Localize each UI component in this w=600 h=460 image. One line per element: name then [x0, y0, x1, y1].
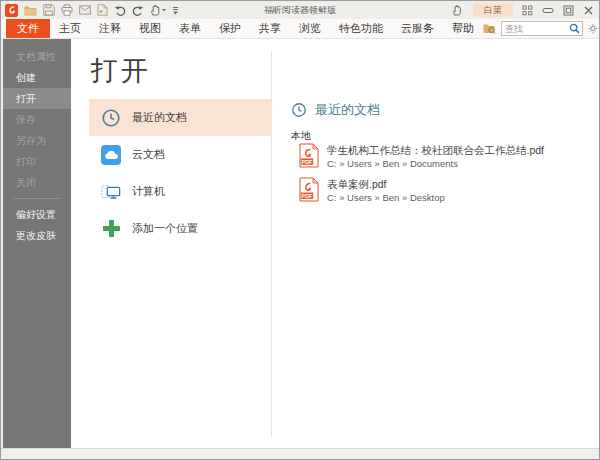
cloud-icon	[101, 145, 121, 165]
customize-toolbar-icon[interactable]	[172, 5, 179, 16]
open-menu-label: 添加一个位置	[132, 221, 198, 236]
file-name: 学生机构工作总结：校社团联合会工作总结.pdf	[327, 143, 544, 157]
tab-file[interactable]: 文件	[6, 19, 50, 38]
new-document-icon[interactable]	[97, 4, 108, 16]
grid-icon[interactable]	[522, 5, 533, 16]
hand-tool-icon[interactable]	[150, 4, 166, 16]
sidebar-item-close: 关闭	[3, 172, 71, 193]
account-chip[interactable]: 白菜	[473, 3, 513, 17]
quick-access-toolbar	[5, 4, 179, 17]
open-menu-label: 最近的文档	[132, 110, 187, 125]
page-title: 打开	[91, 53, 151, 89]
statusbar	[1, 448, 599, 459]
backstage-main: 打开 最近的文档 云文档 计算机	[71, 39, 598, 448]
recent-panel-header: 最近的文档	[291, 101, 380, 119]
svg-text:PDF: PDF	[302, 159, 313, 165]
restore-button[interactable]	[563, 5, 574, 16]
sidebar-item-create[interactable]: 创建	[3, 67, 71, 88]
sidebar-item-save: 保存	[3, 109, 71, 130]
titlebar: 福昕阅读器领鲜版 白菜	[1, 1, 599, 19]
tab-home[interactable]: 主页	[50, 19, 90, 38]
tab-cloud-service[interactable]: 云服务	[392, 19, 443, 38]
clock-icon	[291, 102, 307, 118]
tab-view[interactable]: 视图	[130, 19, 170, 38]
app-window: 福昕阅读器领鲜版 白菜 文件 主页 注释 视图 表单 保护	[0, 0, 600, 460]
open-menu-label: 计算机	[132, 184, 165, 199]
pdf-file-icon: PDF	[299, 143, 319, 168]
recent-panel-title: 最近的文档	[315, 101, 380, 119]
search-box	[501, 21, 583, 36]
clock-icon	[101, 108, 121, 128]
tab-share[interactable]: 共享	[250, 19, 290, 38]
computer-icon	[101, 182, 121, 202]
backstage-sidebar: 文档属性 创建 打开 保存 另存为 打印 关闭 偏好设置 更改皮肤	[1, 39, 71, 448]
gear-icon[interactable]	[588, 23, 600, 34]
tab-browse[interactable]: 浏览	[290, 19, 330, 38]
sidebar-item-save-as: 另存为	[3, 130, 71, 151]
recent-group-label: 本地	[291, 129, 311, 143]
hand-like-icon[interactable]	[452, 4, 464, 16]
sidebar-item-change-skin[interactable]: 更改皮肤	[3, 225, 71, 246]
sidebar-item-open[interactable]: 打开	[3, 88, 71, 109]
print-icon[interactable]	[61, 4, 73, 16]
sidebar-divider	[13, 198, 61, 199]
email-icon[interactable]	[79, 5, 91, 15]
foxit-logo-icon[interactable]	[5, 4, 18, 17]
redo-icon[interactable]	[132, 5, 144, 16]
doc-search-icon[interactable]	[483, 23, 496, 34]
file-info: 学生机构工作总结：校社团联合会工作总结.pdf C: » Users » Ben…	[327, 143, 544, 170]
close-button[interactable]	[583, 5, 594, 16]
svg-text:PDF: PDF	[302, 193, 313, 199]
search-icon[interactable]	[569, 23, 582, 34]
open-menu-label: 云文档	[132, 147, 165, 162]
tab-help[interactable]: 帮助	[443, 19, 483, 38]
sidebar-item-document-properties: 文档属性	[3, 46, 71, 67]
open-menu-add-place[interactable]: 添加一个位置	[89, 210, 272, 247]
search-input[interactable]	[502, 24, 569, 34]
file-path: C: » Users » Ben » Desktop	[327, 191, 445, 204]
file-path: C: » Users » Ben » Documents	[327, 157, 544, 170]
open-menu-computer[interactable]: 计算机	[89, 173, 272, 210]
recent-file-row[interactable]: PDF 学生机构工作总结：校社团联合会工作总结.pdf C: » Users »…	[299, 143, 588, 170]
file-name: 表单案例.pdf	[327, 177, 445, 191]
titlebar-controls: 白菜	[452, 1, 594, 19]
sidebar-item-preferences[interactable]: 偏好设置	[3, 204, 71, 225]
open-location-menu: 最近的文档 云文档 计算机 添加一个位置	[89, 99, 272, 247]
tab-form[interactable]: 表单	[170, 19, 210, 38]
vertical-divider	[271, 51, 272, 437]
sidebar-item-print: 打印	[3, 151, 71, 172]
undo-icon[interactable]	[114, 5, 126, 16]
menubar: 文件 主页 注释 视图 表单 保护 共享 浏览 特色功能 云服务 帮助	[1, 19, 599, 39]
recent-file-list: PDF 学生机构工作总结：校社团联合会工作总结.pdf C: » Users »…	[299, 143, 588, 211]
open-folder-icon[interactable]	[24, 5, 37, 16]
plus-icon	[101, 219, 121, 239]
tab-features[interactable]: 特色功能	[330, 19, 392, 38]
tab-comment[interactable]: 注释	[90, 19, 130, 38]
pdf-file-icon: PDF	[299, 177, 319, 202]
open-menu-recent-documents[interactable]: 最近的文档	[89, 99, 272, 136]
minimize-button[interactable]	[542, 5, 554, 16]
save-icon[interactable]	[43, 4, 55, 16]
file-info: 表单案例.pdf C: » Users » Ben » Desktop	[327, 177, 445, 204]
open-menu-cloud-documents[interactable]: 云文档	[89, 136, 272, 173]
recent-file-row[interactable]: PDF 表单案例.pdf C: » Users » Ben » Desktop	[299, 177, 588, 204]
menubar-search-area	[483, 19, 600, 38]
tab-protect[interactable]: 保护	[210, 19, 250, 38]
window-title: 福昕阅读器领鲜版	[264, 4, 336, 17]
